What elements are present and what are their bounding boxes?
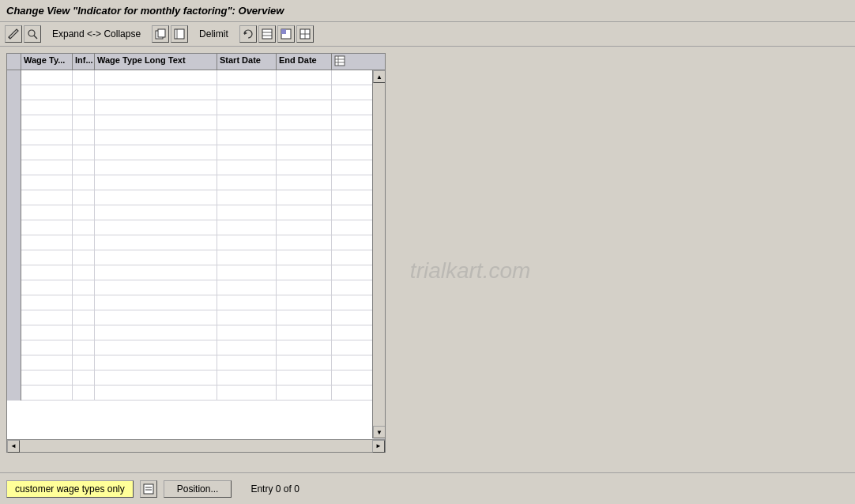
position-btn[interactable]: Position...: [164, 480, 232, 498]
title-bar: Change View "Indicator for monthly facto…: [0, 0, 855, 22]
search-icon[interactable]: [24, 25, 41, 43]
col-header-icon[interactable]: [332, 54, 348, 70]
table-row[interactable]: [7, 295, 385, 310]
table-row[interactable]: [7, 130, 385, 145]
refresh-icon[interactable]: [239, 25, 257, 43]
row-sel: [7, 145, 21, 160]
horizontal-scrollbar: ◄ ►: [6, 440, 386, 453]
svg-rect-3: [158, 29, 165, 37]
table-row[interactable]: [7, 250, 385, 265]
row-sel: [7, 220, 21, 235]
table-header: Wage Ty... Inf... Wage Type Long Text St…: [7, 54, 385, 70]
scroll-down-btn[interactable]: ▼: [373, 426, 385, 438]
row-sel: [7, 295, 21, 310]
grid2-icon[interactable]: [277, 25, 295, 43]
table-rows: [7, 70, 385, 401]
data-table: Wage Ty... Inf... Wage Type Long Text St…: [6, 53, 386, 440]
entry-count: Entry 0 of 0: [250, 483, 299, 495]
row-sel: [7, 325, 21, 340]
row-sel: [7, 250, 21, 265]
svg-rect-15: [335, 56, 345, 66]
svg-point-0: [28, 30, 35, 36]
row-sel: [7, 205, 21, 220]
row-sel: [7, 160, 21, 175]
svg-rect-4: [175, 29, 184, 39]
row-sel: [7, 310, 21, 325]
watermark: trialkart.com: [410, 258, 530, 284]
table-row[interactable]: [7, 205, 385, 220]
table-row[interactable]: [7, 280, 385, 295]
row-sel: [7, 190, 21, 205]
svg-rect-11: [281, 29, 286, 34]
col-header-long-text[interactable]: Wage Type Long Text: [95, 54, 217, 70]
copy2-icon[interactable]: [171, 25, 188, 43]
page-title: Change View "Indicator for monthly facto…: [6, 5, 284, 17]
row-sel: [7, 280, 21, 295]
table-row[interactable]: [7, 160, 385, 175]
table-row[interactable]: [7, 325, 385, 340]
svg-rect-7: [262, 29, 272, 39]
scroll-right-btn[interactable]: ►: [372, 440, 385, 453]
col-header-start-date[interactable]: Start Date: [217, 54, 277, 70]
row-sel: [7, 100, 21, 115]
table-row[interactable]: [7, 145, 385, 160]
table-row[interactable]: [7, 85, 385, 100]
table-row[interactable]: [7, 370, 385, 386]
row-sel: [7, 370, 21, 386]
col-header-inf[interactable]: Inf...: [73, 54, 95, 70]
toolbar: Expand <-> Collapse Delimit: [0, 22, 855, 47]
table-row[interactable]: [7, 100, 385, 115]
row-sel: [7, 340, 21, 355]
table-row[interactable]: [7, 386, 385, 401]
grid3-icon[interactable]: [296, 25, 314, 43]
col-header-wage-type[interactable]: Wage Ty...: [21, 54, 73, 70]
scroll-left-btn[interactable]: ◄: [7, 440, 20, 453]
col-header-end-date[interactable]: End Date: [277, 54, 332, 70]
position-icon-btn[interactable]: [140, 480, 157, 498]
footer: customer wage types only Position... Ent…: [0, 472, 855, 504]
copy-icon[interactable]: [152, 25, 169, 43]
table-row[interactable]: [7, 220, 385, 235]
table-row[interactable]: [7, 355, 385, 370]
row-sel: [7, 85, 21, 100]
grid1-icon[interactable]: [258, 25, 276, 43]
row-sel: [7, 70, 21, 85]
table-row[interactable]: [7, 190, 385, 205]
row-sel: [7, 265, 21, 280]
svg-line-1: [34, 36, 37, 39]
svg-rect-19: [144, 484, 153, 494]
pencil-icon[interactable]: [5, 25, 22, 43]
main-content: trialkart.com Wage Ty... Inf... Wage Typ…: [0, 47, 855, 495]
table-row[interactable]: [7, 115, 385, 130]
row-sel: [7, 386, 21, 401]
delimit-btn[interactable]: Delimit: [196, 27, 232, 41]
svg-marker-6: [244, 32, 247, 35]
table-row[interactable]: [7, 175, 385, 190]
row-sel: [7, 355, 21, 370]
expand-collapse-btn[interactable]: Expand <-> Collapse: [49, 27, 144, 41]
table-row[interactable]: [7, 340, 385, 355]
table-row[interactable]: [7, 70, 385, 85]
header-selector: [7, 54, 21, 70]
table-row[interactable]: [7, 235, 385, 250]
customer-wage-types-btn[interactable]: customer wage types only: [6, 480, 134, 498]
table-row[interactable]: [7, 310, 385, 325]
row-sel: [7, 130, 21, 145]
row-sel: [7, 115, 21, 130]
table-body: ▲ ▼: [7, 70, 385, 438]
scroll-up-btn[interactable]: ▲: [373, 70, 385, 83]
table-row[interactable]: [7, 265, 385, 280]
row-sel: [7, 175, 21, 190]
row-sel: [7, 235, 21, 250]
